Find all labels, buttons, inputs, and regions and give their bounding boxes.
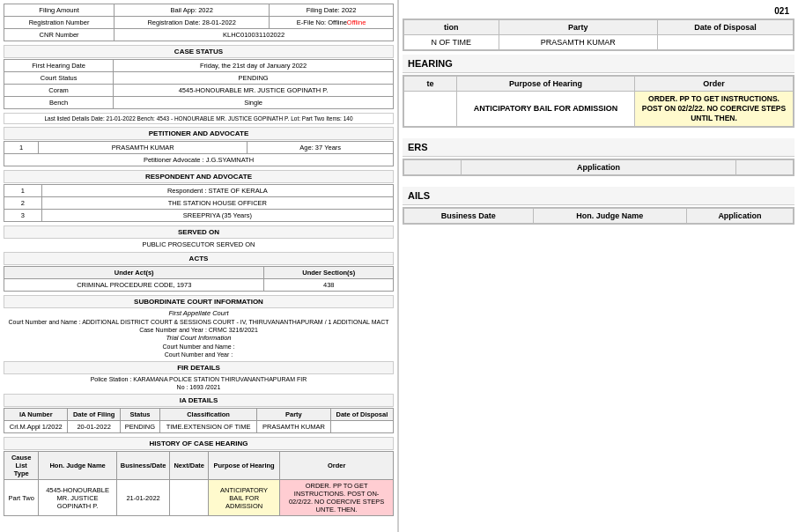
party-table: tion Party Date of Disposal N OF TIME PR… (403, 19, 794, 50)
bail-app-date: Bail App: 2022 (115, 4, 270, 17)
orders-table: Application (403, 159, 794, 175)
hearing-table: te Purpose of Hearing Order ANTICIPATORY… (403, 76, 794, 127)
acts-header-section: Under Section(s) (264, 267, 394, 279)
history-order-value: ORDER. PP TO GET INSTRUCTIONS. POST ON-0… (280, 480, 394, 516)
efile-no: E-File No: OfflineOffline (270, 17, 394, 29)
orders-title: ERS (403, 138, 794, 157)
hearing-header-date: te (404, 77, 457, 92)
history-judge-value: 4545-HONOURABLE MR. JUSTICE GOPINATH P. (39, 480, 116, 516)
served-on-title: SERVED ON (4, 225, 394, 239)
details-header-business-date: Business Date (404, 209, 534, 224)
ia-party: PRASAMTH KUMAR (257, 421, 331, 433)
first-hearing-value: Friday, the 21st day of January 2022 (114, 60, 394, 72)
fir-number: No : 1693 /2021 (4, 383, 394, 391)
history-title: HISTORY OF CASE HEARING (4, 437, 394, 450)
party-header-party: Party (499, 20, 658, 35)
fir-title: FIR DETAILS (4, 361, 394, 374)
history-next-date (170, 480, 209, 516)
trial-court-subtitle: Trial Court Information (4, 334, 394, 342)
respondent-name-1: Respondent : STATE OF KERALA (41, 185, 393, 197)
respondent-table: 1 Respondent : STATE OF KERALA 2 THE STA… (4, 184, 394, 222)
respondent-num-1: 1 (4, 185, 42, 197)
filing-table: Filing Amount Bail App: 2022 Filing Date… (4, 4, 394, 41)
ia-status: PENDING (120, 421, 159, 433)
trial-case-year: Court Number and Year : (4, 351, 394, 358)
petitioner-name: PRASAMTH KUMAR (39, 142, 248, 154)
hearing-purpose-value: ANTICIPATORY BAIL FOR ADMISSION (457, 92, 635, 127)
history-business-date: 21-01-2022 (116, 480, 170, 516)
last-listed-details: Last listed Details Date: 21-01-2022 Ben… (4, 113, 394, 124)
ia-filing-date: 20-01-2022 (68, 421, 120, 433)
act-value: CRIMINAL PROCEDURE CODE, 1973 (4, 279, 264, 292)
case-year-value: Case Number and Year : CRMC 3216/2021 (4, 326, 394, 334)
history-header-judge: Hon. Judge Name (39, 452, 116, 480)
ia-header-filing: Date of Filing (68, 409, 120, 421)
respondent-num-2: 2 (4, 197, 42, 210)
hearing-order-value: ORDER. PP TO GET INSTRUCTIONS. POST ON 0… (635, 92, 794, 127)
subordinate-title: SUBORDINATE COURT INFORMATION (4, 295, 394, 308)
orders-header-1 (404, 160, 462, 175)
party-tion-value: N OF TIME (404, 35, 499, 50)
coram-label: Coram (4, 85, 114, 97)
details-header-judge-name: Hon. Judge Name (533, 209, 686, 224)
bench-label: Bench (4, 97, 114, 109)
party-section: tion Party Date of Disposal N OF TIME PR… (403, 18, 794, 51)
party-header-tion: tion (404, 20, 499, 35)
history-header-next: Next/Date (170, 452, 209, 480)
offline-badge: Offline (347, 18, 366, 26)
orders-header-application: Application (462, 160, 735, 175)
hearing-section: HEARING te Purpose of Hearing Order ANTI… (403, 55, 794, 128)
section-value: 438 (264, 279, 394, 292)
ia-num-value: Crl.M.Appl 1/2022 (4, 421, 68, 433)
ia-table: IA Number Date of Filing Status Classifi… (4, 408, 394, 433)
court-name-value: Court Number and Name : ADDITIONAL DISTR… (4, 318, 394, 326)
ia-row: Crl.M.Appl 1/2022 20-01-2022 PENDING TIM… (4, 421, 394, 433)
details-header-application: Application (686, 209, 793, 224)
petitioner-table: 1 PRASAMTH KUMAR Age: 37 Years Petitione… (4, 141, 394, 166)
petitioner-title: PETITIONER AND ADVOCATE (4, 127, 394, 140)
hearing-header-order: Order (635, 77, 794, 92)
ia-title: IA DETAILS (4, 394, 394, 407)
respondent-name-3: SREEPRIYA (35 Years) (41, 210, 393, 222)
first-hearing-label: First Hearing Date (4, 60, 114, 72)
ia-classification: TIME.EXTENSION OF TIME (160, 421, 257, 433)
hearing-date-value (404, 92, 457, 127)
hearing-header-purpose: Purpose of Hearing (457, 77, 635, 92)
orders-header-3 (735, 160, 793, 175)
first-appellate-subtitle: First Appellate Court (4, 309, 394, 317)
party-header-disposal: Date of Disposal (658, 20, 794, 35)
party-row: N OF TIME PRASAMTH KUMAR (404, 35, 794, 50)
orders-table-container: Application (403, 159, 794, 176)
ia-header-num: IA Number (4, 409, 68, 421)
trial-court-name: Court Number and Name : (4, 343, 394, 351)
details-title: AILS (403, 187, 794, 205)
acts-header-act: Under Act(s) (4, 267, 264, 279)
police-station: Police Station : KARAMANA POLICE STATION… (4, 375, 394, 383)
coram-value: 4545-HONOURABLE MR. JUSTICE GOPINATH P. (114, 85, 394, 97)
history-table: Cause List Type Hon. Judge Name Business… (4, 451, 394, 516)
filing-date: Filing Date: 2022 (270, 4, 394, 17)
hearing-table-container: te Purpose of Hearing Order ANTICIPATORY… (403, 75, 794, 128)
ia-header-class: Classification (160, 409, 257, 421)
acts-table: Under Act(s) Under Section(s) CRIMINAL P… (4, 266, 394, 292)
ia-header-party: Party (257, 409, 331, 421)
respondent-title: RESPONDENT AND ADVOCATE (4, 170, 394, 183)
filing-amount-label: Filing Amount (4, 4, 115, 17)
reg-number-label: Registration Number (4, 17, 115, 29)
cnr-value: KLHC010031102022 (115, 29, 394, 41)
case-status-table: First Hearing Date Friday, the 21st day … (4, 59, 394, 109)
court-status-value: PENDING (114, 72, 394, 85)
history-row: Part Two 4545-HONOURABLE MR. JUSTICE GOP… (4, 480, 394, 516)
respondent-num-3: 3 (4, 210, 42, 222)
history-purpose-value: ANTICIPATORY BAIL FOR ADMISSION (209, 480, 280, 516)
left-panel: Filing Amount Bail App: 2022 Filing Date… (0, 0, 399, 532)
court-status-label: Court Status (4, 72, 114, 85)
party-disposal-value (658, 35, 794, 50)
orders-section: ERS Application (403, 138, 794, 176)
hearing-title: HEARING (403, 55, 794, 73)
respondent-name-2: THE STATION HOUSE OFFICER (41, 197, 393, 210)
details-table-container: Business Date Hon. Judge Name Applicatio… (403, 207, 794, 225)
petitioner-num: 1 (4, 142, 39, 154)
case-status-title: CASE STATUS (4, 45, 394, 58)
cnr-label: CNR Number (4, 29, 115, 41)
